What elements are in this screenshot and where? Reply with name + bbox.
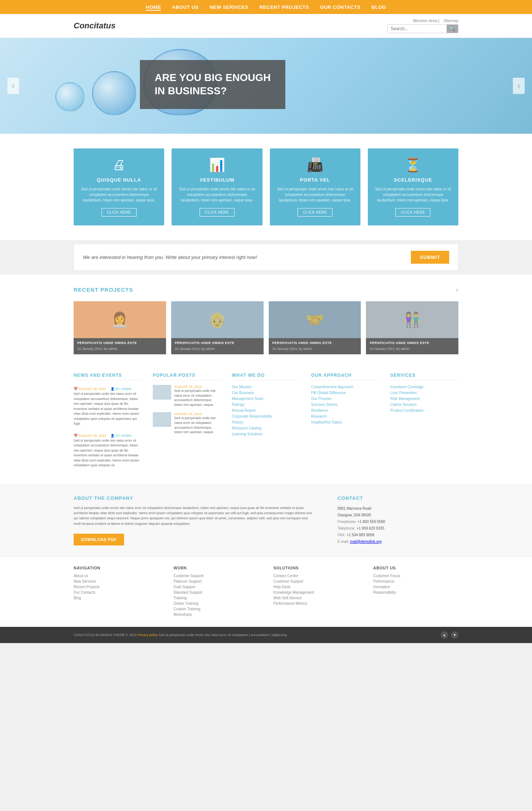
what-we-do-link-4[interactable]: Annual Report: [232, 408, 300, 412]
nav-item-blog[interactable]: BLOG: [371, 4, 386, 10]
contact-city: Glasgow, D04 89GR: [338, 512, 458, 519]
member-area-link[interactable]: Member Area: [413, 18, 437, 23]
footer-link-2-4[interactable]: Web Self-Service: [274, 596, 359, 600]
footer-link-2-5[interactable]: Performance Metrics: [274, 601, 359, 605]
footer-link-0-3[interactable]: Our Contacts: [74, 590, 159, 594]
scroll-up-icon[interactable]: ▲: [441, 631, 448, 639]
services-link-4[interactable]: Product Certification: [390, 408, 458, 412]
what-we-do-link-2[interactable]: Management Team: [232, 397, 300, 401]
about-text: Sed ut perspiciatis unde omnis iste natu…: [74, 505, 316, 527]
approach-link-3[interactable]: Success Stories: [311, 403, 379, 407]
popular-post-1: AUGUST 18, 2013 Sed ut perspiciatis unde…: [153, 412, 221, 434]
footer-link-3-2[interactable]: Innovation: [373, 585, 458, 589]
project-card-0[interactable]: 👩‍💼 PERSPICIATIS UNDE OMNIS ESTE 10 Janu…: [74, 301, 166, 354]
project-title-2: PERSPICIATIS UNDE OMNIS ESTE: [272, 341, 357, 345]
project-card-2[interactable]: 🤝 PERSPICIATIS UNDE OMNIS ESTE 10 Januar…: [269, 301, 361, 354]
project-info-0: PERSPICIATIS UNDE OMNIS ESTE 10 January …: [74, 338, 166, 354]
what-we-do-link-5[interactable]: Corporate Responsibility: [232, 414, 300, 418]
what-we-do-title: WHAT WE DO: [232, 373, 300, 380]
what-we-do-link-6[interactable]: History: [232, 420, 300, 424]
header-right: Member Area | Sitemap 🔍: [387, 18, 458, 33]
scroll-down-icon[interactable]: ▼: [451, 631, 458, 639]
project-info-2: PERSPICIATIS UNDE OMNIS ESTE 10 January …: [269, 338, 361, 354]
footer-link-3-0[interactable]: Customer Focus: [373, 574, 458, 578]
footer-link-1-5[interactable]: Online Training: [173, 601, 258, 605]
footer-link-2-1[interactable]: Customer Support: [274, 579, 359, 583]
site-logo: Concitatus: [74, 21, 116, 31]
services-link-1[interactable]: Loss Prevention: [390, 391, 458, 395]
project-title-0: PERSPICIATIS UNDE OMNIS ESTE: [77, 341, 162, 345]
projects-arrow[interactable]: ›: [456, 285, 458, 294]
feature-btn-3[interactable]: CLICK HERE: [395, 208, 430, 217]
news-text-0: Sed ut perspiciatis unde iste natus erro…: [74, 392, 142, 426]
recent-projects-title: RECENT PROJECTS: [74, 287, 133, 293]
feature-btn-0[interactable]: CLICK HERE: [102, 208, 137, 217]
footer-link-1-7[interactable]: Workshops: [173, 612, 258, 617]
footer-link-1-0[interactable]: Customer Support: [173, 574, 258, 578]
nav-item-our-contacts[interactable]: OUR CONTACTS: [320, 4, 360, 10]
footer-link-1-2[interactable]: Gold Support: [173, 585, 258, 589]
contact-fax: FAX: +1 504 889 9898: [338, 532, 458, 538]
footer-link-2-3[interactable]: Knowledge Management: [274, 590, 359, 594]
email-value[interactable]: mail@demolink.org: [350, 540, 382, 544]
approach-link-1[interactable]: FM Global Difference: [311, 391, 379, 395]
services-link-2[interactable]: Risk Management: [390, 397, 458, 401]
services-link-0[interactable]: Insurance Coverage: [390, 385, 458, 389]
what-we-do-link-3[interactable]: Ratings: [232, 403, 300, 407]
footer-link-3-1[interactable]: Performance: [373, 579, 458, 583]
project-card-3[interactable]: 👫 PERSPICIATIS UNDE OMNIS ESTE 10 Januar…: [366, 301, 458, 354]
sitemap-link[interactable]: Sitemap: [444, 18, 458, 23]
approach-link-5[interactable]: Research: [311, 414, 379, 418]
feature-btn-2[interactable]: CLICK HERE: [297, 208, 332, 217]
footer-link-3-3[interactable]: Responsibility: [373, 590, 458, 594]
what-we-do-link-0[interactable]: Our Mission: [232, 385, 300, 389]
what-we-do-link-1[interactable]: Our Business: [232, 391, 300, 395]
approach-link-0[interactable]: Comprehensive Approach: [311, 385, 379, 389]
slider-next-button[interactable]: ›: [513, 78, 525, 94]
footer-link-0-1[interactable]: New Services: [74, 579, 159, 583]
project-card-1[interactable]: 👴 PERSPICIATIS UNDE OMNIS ESTE 10 Januar…: [171, 301, 264, 354]
feature-icon-3: ⏳: [375, 157, 451, 173]
privacy-link[interactable]: Privacy policy: [137, 633, 158, 637]
footer-link-2-0[interactable]: Contact Center: [274, 574, 359, 578]
submit-button[interactable]: SUBMIT: [411, 251, 449, 264]
feature-text-2: Sed ut perspiciatis unde omnis iste natu…: [277, 186, 353, 203]
what-we-do-link-8[interactable]: Learning Solutions: [232, 432, 300, 436]
approach-link-4[interactable]: Resilience: [311, 408, 379, 412]
services-column: SERVICES Insurance CoverageLoss Preventi…: [390, 373, 458, 473]
hero-heading: ARE YOU BIG ENOUGH IN BUSINESS?: [155, 71, 271, 98]
services-link-3[interactable]: Claims Services: [390, 403, 458, 407]
nav-item-new-services[interactable]: NEW SERVICES: [209, 4, 248, 10]
about-company-section: ABOUT THE COMPANY Sed ut perspiciatis un…: [0, 484, 532, 557]
footer-link-0-4[interactable]: Blog: [74, 596, 159, 600]
footer-link-2-2[interactable]: Help Desk: [274, 585, 359, 589]
footer-col-title-3: ABOUT US: [373, 566, 458, 570]
nav-item-home[interactable]: HOME: [146, 4, 161, 11]
popular-post-0: AUGUST 18, 2013 Sed ut perspiciatis unde…: [153, 385, 221, 407]
footer-nav: NAVIGATIONAbout usNew ServicesRecent Pro…: [0, 557, 532, 627]
site-header: Concitatus Member Area | Sitemap 🔍: [0, 14, 532, 38]
footer-link-0-2[interactable]: Recent Projects: [74, 585, 159, 589]
footer-link-1-3[interactable]: Standard Support: [173, 590, 258, 594]
approach-link-2[interactable]: Our Process: [311, 397, 379, 401]
footer-link-1-6[interactable]: Custom Training: [173, 607, 258, 611]
search-button[interactable]: 🔍: [447, 25, 458, 33]
freephone-value: +1 800 559 6580: [357, 520, 385, 524]
slider-prev-button[interactable]: ‹: [7, 78, 19, 94]
contact-telephone: Telephone: +1 959 620 9335: [338, 525, 458, 532]
approach-link-6[interactable]: Insights/Hot Topics: [311, 420, 379, 424]
what-we-do-link-7[interactable]: Resource Catalog: [232, 426, 300, 430]
about-left: ABOUT THE COMPANY Sed ut perspiciatis un…: [74, 495, 316, 546]
contact-freephone: Freephone: +1 800 559 6580: [338, 519, 458, 525]
search-input[interactable]: [388, 25, 447, 33]
footer-link-1-4[interactable]: Training: [173, 596, 258, 600]
feature-btn-1[interactable]: CLICK HERE: [200, 208, 235, 217]
nav-item-recent-projects[interactable]: RECENT PROJECTS: [260, 4, 309, 10]
download-pdf-button[interactable]: DOWNLOAD PDF: [74, 534, 124, 545]
popular-post-content-0: Sed ut perspiciatis unde iste natus erro…: [174, 389, 221, 407]
footer-link-1-1[interactable]: Platinum Support: [173, 579, 258, 583]
project-date-0: 10 January 2013, by admin: [77, 347, 117, 351]
footer-link-0-0[interactable]: About us: [74, 574, 159, 578]
nav-item-about-us[interactable]: ABOUT US: [172, 4, 198, 10]
feature-icon-2: 📠: [277, 157, 353, 173]
